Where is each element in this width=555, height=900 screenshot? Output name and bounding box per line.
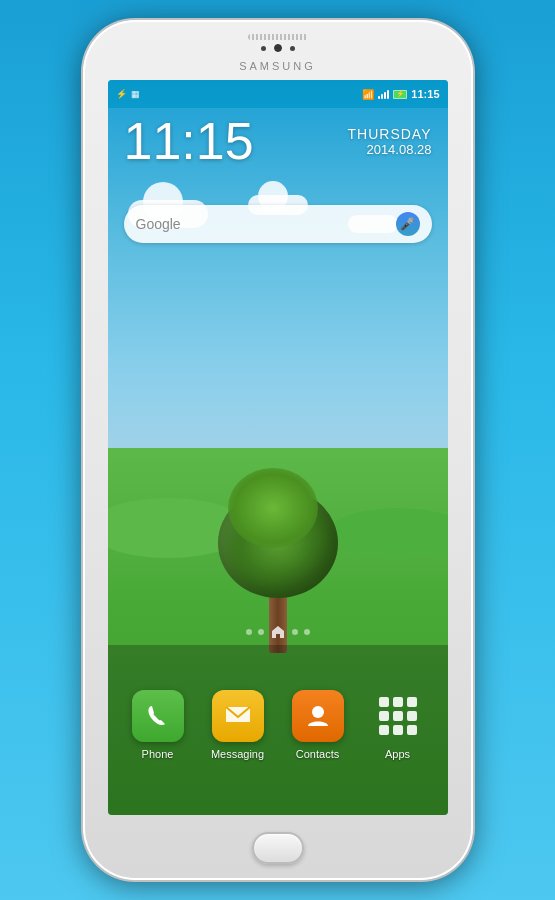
sensor-dot-2 bbox=[290, 46, 295, 51]
apps-launcher[interactable]: Apps bbox=[364, 690, 432, 760]
speaker-grille bbox=[248, 34, 308, 40]
page-dot-1[interactable] bbox=[246, 629, 252, 635]
phone-label: Phone bbox=[142, 748, 174, 760]
home-page-dot[interactable] bbox=[270, 624, 286, 640]
tree-foliage bbox=[218, 488, 338, 598]
wifi-icon: 📶 bbox=[362, 89, 374, 100]
clock-display: 11:15 bbox=[124, 115, 254, 167]
battery-icon: ⚡ bbox=[393, 90, 407, 99]
apps-grid bbox=[379, 697, 417, 735]
time-date-block: 11:15 THURSDAY 2014.08.28 bbox=[108, 115, 448, 167]
status-right: 📶 ⚡ 11:15 bbox=[362, 88, 439, 100]
contacts-icon bbox=[292, 690, 344, 742]
camera-row bbox=[261, 44, 295, 52]
tree bbox=[269, 583, 287, 653]
usb-icon: ⚡ bbox=[116, 89, 127, 99]
signal-icon bbox=[378, 89, 389, 99]
search-placeholder: Google bbox=[136, 216, 396, 232]
svg-point-0 bbox=[312, 706, 324, 718]
phone-icon bbox=[132, 690, 184, 742]
page-dot-4[interactable] bbox=[304, 629, 310, 635]
status-left: ⚡ ▦ bbox=[116, 89, 140, 99]
mic-icon[interactable]: 🎤 bbox=[396, 212, 420, 236]
screen-wrapper: ⚡ ▦ 📶 ⚡ 11:15 bbox=[108, 80, 448, 815]
messaging-label: Messaging bbox=[211, 748, 264, 760]
page-indicator bbox=[108, 624, 448, 640]
date-block: THURSDAY 2014.08.28 bbox=[348, 126, 432, 157]
day-display: THURSDAY bbox=[348, 126, 432, 142]
page-dot-2[interactable] bbox=[258, 629, 264, 635]
status-time: 11:15 bbox=[411, 88, 439, 100]
google-search-bar[interactable]: Google 🎤 bbox=[124, 205, 432, 243]
contacts-app[interactable]: Contacts bbox=[284, 690, 352, 760]
messaging-app[interactable]: Messaging bbox=[204, 690, 272, 760]
notification-icon: ▦ bbox=[131, 89, 140, 99]
home-button[interactable] bbox=[252, 832, 304, 864]
apps-label: Apps bbox=[385, 748, 410, 760]
date-display: 2014.08.28 bbox=[348, 142, 432, 157]
phone-app[interactable]: Phone bbox=[124, 690, 192, 760]
phone-top: SAMSUNG bbox=[83, 20, 473, 80]
sensor-dot bbox=[261, 46, 266, 51]
contacts-label: Contacts bbox=[296, 748, 339, 760]
phone-frame: SAMSUNG ⚡ ▦ bbox=[83, 20, 473, 880]
screen: ⚡ ▦ 📶 ⚡ 11:15 bbox=[108, 80, 448, 815]
phone-bottom bbox=[83, 815, 473, 880]
brand-label: SAMSUNG bbox=[239, 60, 316, 72]
front-camera bbox=[274, 44, 282, 52]
app-dock: Phone Messaging bbox=[108, 645, 448, 815]
message-icon bbox=[212, 690, 264, 742]
page-dot-3[interactable] bbox=[292, 629, 298, 635]
status-bar: ⚡ ▦ 📶 ⚡ 11:15 bbox=[108, 80, 448, 108]
apps-icon bbox=[372, 690, 424, 742]
